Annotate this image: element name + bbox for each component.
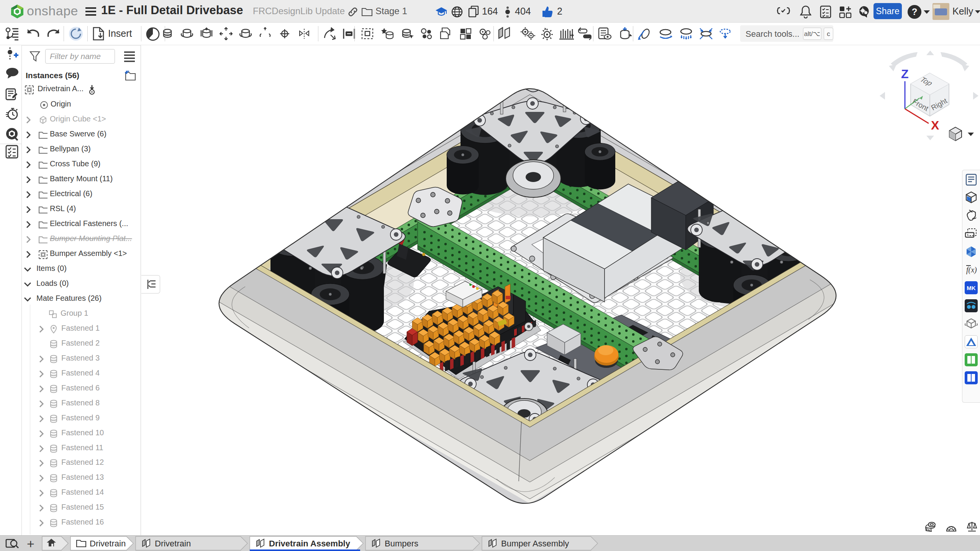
svg-text:X: X <box>931 118 939 132</box>
svg-text:Z: Z <box>901 67 909 81</box>
svg-text:?: ? <box>912 7 918 17</box>
svg-text:f(x): f(x) <box>966 266 977 274</box>
